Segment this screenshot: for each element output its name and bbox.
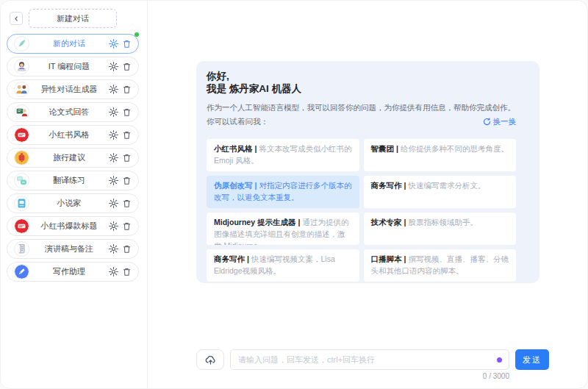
main-area: 你好, 我是 炼丹家AI 机器人 作为一个人工智能语言模型，我可以回答你的问题，… [148, 1, 587, 388]
chat-item-actions [109, 244, 132, 254]
suggestion-card[interactable]: 技术专家|股票指标领域助手。 [364, 213, 517, 245]
trash-icon[interactable] [122, 267, 132, 276]
chevron-left-icon [13, 13, 20, 24]
suggestion-card[interactable]: 商务写作|快速编写需求分析文。 [364, 176, 517, 208]
suggestion-card[interactable]: 伪原创改写|对指定内容进行多个版本的改写，以避免文本重复。 [207, 176, 359, 208]
book-icon [14, 196, 29, 211]
collapse-sidebar-button[interactable] [10, 12, 23, 25]
chat-item-label: 旅行建议 [29, 152, 109, 163]
trash-icon[interactable] [122, 39, 132, 49]
suggestion-card[interactable]: 商务写作|快速编写视频文案，Lisa Eldridge视频风格。 [207, 249, 359, 282]
welcome-panel: 你好, 我是 炼丹家AI 机器人 作为一个人工智能语言模型，我可以回答你的问题，… [196, 61, 539, 283]
chat-item-actions [109, 130, 132, 140]
card-separator: | [394, 144, 401, 153]
chat-list-item[interactable]: 小红书风格 [7, 125, 139, 145]
chat-item-actions [109, 267, 132, 276]
trash-icon[interactable] [122, 176, 132, 185]
suggestion-card[interactable]: Midjourney 提示生成器|通过为提供的图像描述填充详细且有创意的描述，激… [207, 213, 359, 245]
chat-item-label: 演讲稿与备注 [29, 243, 109, 254]
chat-item-label: 论文式回答 [29, 107, 109, 118]
send-button[interactable]: 发送 [515, 349, 549, 370]
message-input[interactable] [230, 349, 509, 370]
gear-icon[interactable] [109, 199, 118, 208]
chat-list-item[interactable]: 新的对话 [7, 34, 139, 54]
trash-icon[interactable] [122, 62, 132, 71]
chat-list-item[interactable]: 论文式回答 [7, 102, 139, 122]
chat-item-label: 小说家 [29, 198, 109, 209]
gear-icon[interactable] [109, 85, 118, 94]
gear-icon[interactable] [109, 107, 118, 117]
chat-list-item[interactable]: 旅行建议 [7, 148, 139, 168]
suggestion-cards: 小红书风格|将文本改写成类似小红书的 Emoji 风格。 智囊团|给你提供多种不… [207, 139, 516, 282]
chat-item-actions [109, 62, 132, 71]
chat-item-label: 写作助理 [29, 266, 109, 277]
trash-icon[interactable] [122, 107, 132, 117]
sidebar: 新建对话 新的对话 IT 编程问题 异性对话生成器 [1, 1, 148, 388]
chat-item-label: 小红书风格 [29, 129, 109, 140]
try-prompt-label: 你可以试着问我： [207, 116, 268, 127]
chat-item-actions [109, 39, 132, 49]
gear-icon[interactable] [109, 221, 118, 231]
chat-item-label: 翻译练习 [29, 175, 109, 186]
card-separator: | [245, 254, 251, 263]
suggestion-card[interactable]: 智囊团|给你提供多种不同的思考角度。 [364, 139, 517, 171]
trash-icon[interactable] [122, 85, 132, 94]
trash-icon[interactable] [122, 221, 132, 231]
card-description: 快速编写需求分析文。 [408, 181, 485, 190]
refresh-suggestions-link[interactable]: 换一换 [483, 116, 517, 127]
suggestion-card[interactable]: 小红书风格|将文本改写成类似小红书的 Emoji 风格。 [207, 139, 359, 171]
trash-icon[interactable] [122, 153, 132, 163]
trash-icon[interactable] [122, 199, 132, 208]
chat-item-label: IT 编程问题 [29, 61, 109, 72]
composer: 0 / 3000 发送 [196, 349, 549, 380]
refresh-icon [483, 118, 491, 126]
welcome-description: 作为一个人工智能语言模型，我可以回答你的问题，为你提供有用信息，帮助你完成创作。 [207, 102, 516, 113]
app-window: 新建对话 新的对话 IT 编程问题 异性对话生成器 [0, 0, 588, 389]
try-row: 你可以试着问我： 换一换 [207, 116, 516, 127]
input-column: 0 / 3000 [230, 349, 509, 380]
chat-list-item[interactable]: IT 编程问题 [7, 57, 139, 76]
new-chat-button[interactable]: 新建对话 [29, 9, 117, 28]
chat-list-item[interactable]: 演讲稿与备注 [7, 239, 139, 259]
chat-item-label: 小红书爆款标题 [29, 221, 109, 232]
scroll-icon [14, 241, 29, 257]
card-title: 智囊团 [371, 144, 395, 153]
chat-list-item[interactable]: 异性对话生成器 [7, 79, 139, 99]
greeting-line2: 我是 炼丹家AI 机器人 [207, 82, 516, 95]
couple-icon [14, 82, 29, 97]
card-title: 技术专家 [371, 218, 402, 226]
gear-icon[interactable] [109, 244, 118, 254]
suggestion-card[interactable]: 口播脚本|撰写视频、直播、播客、分镜头和其他口语内容的脚本。 [364, 249, 517, 282]
greeting-line1: 你好, [207, 70, 516, 82]
card-title: 小红书风格 [214, 144, 253, 153]
trash-icon[interactable] [122, 244, 132, 254]
gear-icon[interactable] [109, 130, 118, 140]
gear-icon[interactable] [109, 153, 118, 163]
chat-list: 新的对话 IT 编程问题 异性对话生成器 [7, 34, 139, 282]
trash-icon[interactable] [122, 130, 132, 140]
gear-icon[interactable] [109, 39, 118, 49]
translate-icon [14, 173, 29, 188]
chat-list-item[interactable]: 写作助理 [7, 262, 139, 282]
chat-list-item[interactable]: 小说家 [7, 193, 139, 213]
message-input-wrap [230, 349, 509, 370]
chat-list-item[interactable]: 翻译练习 [7, 171, 139, 190]
xiaohongshu-icon [14, 218, 29, 234]
card-title: 伪原创改写 [214, 181, 253, 190]
chat-item-actions [109, 199, 132, 208]
upload-button[interactable] [196, 349, 224, 370]
purple-dot-icon [497, 357, 502, 363]
woman-technologist-icon [14, 59, 29, 74]
green-dot-icon [135, 32, 139, 37]
writer-pen-icon [14, 264, 29, 279]
gear-icon[interactable] [109, 267, 118, 276]
lantern-icon [14, 150, 29, 165]
gear-icon[interactable] [109, 62, 118, 71]
greeting: 你好, 我是 炼丹家AI 机器人 [207, 70, 516, 95]
upload-cloud-icon [204, 354, 217, 366]
card-description: 股票指标领域助手。 [408, 218, 478, 226]
gear-icon[interactable] [109, 176, 118, 185]
chat-list-item[interactable]: 小红书爆款标题 [7, 216, 139, 236]
card-title: 商务写作 [214, 254, 245, 263]
feather-icon [14, 36, 29, 51]
